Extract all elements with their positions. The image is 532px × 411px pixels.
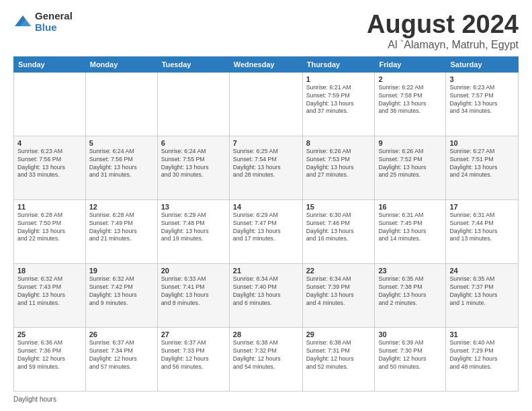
location: Al `Alamayn, Matruh, Egypt (367, 39, 519, 51)
calendar-cell: 5Sunrise: 6:24 AMSunset: 7:56 PMDaylight… (85, 136, 157, 199)
title-section: August 2024 Al `Alamayn, Matruh, Egypt (367, 11, 519, 51)
calendar-cell: 25Sunrise: 6:36 AMSunset: 7:36 PMDayligh… (14, 327, 86, 391)
header-monday: Monday (85, 56, 157, 72)
calendar-cell: 30Sunrise: 6:39 AMSunset: 7:30 PMDayligh… (375, 327, 446, 391)
day-number: 29 (306, 330, 371, 338)
day-info: Sunrise: 6:31 AMSunset: 7:45 PMDaylight:… (378, 212, 442, 244)
calendar-cell: 1Sunrise: 6:21 AMSunset: 7:59 PMDaylight… (302, 72, 375, 136)
top-section: General Blue August 2024 Al `Alamayn, Ma… (13, 11, 519, 51)
calendar-cell: 27Sunrise: 6:37 AMSunset: 7:33 PMDayligh… (157, 327, 229, 391)
footer: Daylight hours (13, 396, 519, 403)
calendar-cell (85, 72, 157, 136)
calendar-cell: 26Sunrise: 6:37 AMSunset: 7:34 PMDayligh… (85, 327, 157, 391)
header-thursday: Thursday (302, 56, 375, 72)
day-number: 23 (378, 267, 442, 275)
day-number: 5 (89, 139, 154, 147)
header-friday: Friday (375, 56, 446, 72)
day-info: Sunrise: 6:39 AMSunset: 7:30 PMDaylight:… (378, 339, 442, 371)
day-info: Sunrise: 6:35 AMSunset: 7:37 PMDaylight:… (449, 275, 515, 308)
day-number: 26 (89, 330, 154, 338)
day-number: 12 (89, 203, 154, 211)
calendar-cell: 7Sunrise: 6:25 AMSunset: 7:54 PMDaylight… (229, 136, 302, 199)
calendar-cell: 29Sunrise: 6:38 AMSunset: 7:31 PMDayligh… (302, 327, 375, 391)
day-number: 17 (449, 203, 515, 211)
day-number: 3 (449, 75, 515, 83)
day-number: 31 (449, 330, 515, 338)
day-number: 7 (233, 139, 299, 147)
day-number: 18 (17, 267, 82, 275)
header-saturday: Saturday (446, 56, 519, 72)
day-number: 1 (306, 75, 371, 83)
calendar-cell: 8Sunrise: 6:26 AMSunset: 7:53 PMDaylight… (302, 136, 375, 199)
calendar-cell: 4Sunrise: 6:23 AMSunset: 7:56 PMDaylight… (14, 136, 86, 199)
day-info: Sunrise: 6:37 AMSunset: 7:33 PMDaylight:… (161, 339, 226, 371)
calendar-cell: 24Sunrise: 6:35 AMSunset: 7:37 PMDayligh… (446, 263, 519, 327)
calendar-cell: 15Sunrise: 6:30 AMSunset: 7:46 PMDayligh… (302, 199, 375, 263)
day-info: Sunrise: 6:33 AMSunset: 7:41 PMDaylight:… (161, 275, 226, 308)
calendar-cell (229, 72, 302, 136)
logo-general-text: General (35, 11, 73, 22)
week-row-3: 11Sunrise: 6:28 AMSunset: 7:50 PMDayligh… (14, 199, 519, 263)
day-number: 27 (161, 330, 226, 338)
day-info: Sunrise: 6:26 AMSunset: 7:52 PMDaylight:… (378, 148, 442, 180)
day-number: 2 (378, 75, 442, 83)
logo-icon (13, 13, 32, 32)
day-info: Sunrise: 6:26 AMSunset: 7:53 PMDaylight:… (306, 148, 371, 180)
logo-blue-text: Blue (35, 22, 73, 34)
day-number: 6 (161, 139, 226, 147)
day-info: Sunrise: 6:29 AMSunset: 7:48 PMDaylight:… (161, 212, 226, 244)
calendar-cell (14, 72, 86, 136)
day-number: 20 (161, 267, 226, 275)
day-info: Sunrise: 6:30 AMSunset: 7:46 PMDaylight:… (306, 212, 371, 244)
day-info: Sunrise: 6:25 AMSunset: 7:54 PMDaylight:… (233, 148, 299, 180)
week-row-2: 4Sunrise: 6:23 AMSunset: 7:56 PMDaylight… (14, 136, 519, 199)
logo-text: General Blue (35, 11, 73, 33)
week-row-5: 25Sunrise: 6:36 AMSunset: 7:36 PMDayligh… (14, 327, 519, 391)
day-info: Sunrise: 6:40 AMSunset: 7:29 PMDaylight:… (449, 339, 515, 371)
calendar-cell: 31Sunrise: 6:40 AMSunset: 7:29 PMDayligh… (446, 327, 519, 391)
calendar-cell: 13Sunrise: 6:29 AMSunset: 7:48 PMDayligh… (157, 199, 229, 263)
calendar-cell: 21Sunrise: 6:34 AMSunset: 7:40 PMDayligh… (229, 263, 302, 327)
calendar-table: SundayMondayTuesdayWednesdayThursdayFrid… (13, 56, 519, 392)
header-sunday: Sunday (14, 56, 86, 72)
calendar-cell: 22Sunrise: 6:34 AMSunset: 7:39 PMDayligh… (302, 263, 375, 327)
calendar-cell: 20Sunrise: 6:33 AMSunset: 7:41 PMDayligh… (157, 263, 229, 327)
day-number: 11 (17, 203, 82, 211)
day-number: 25 (17, 330, 82, 338)
day-number: 16 (378, 203, 442, 211)
day-info: Sunrise: 6:35 AMSunset: 7:38 PMDaylight:… (378, 275, 442, 308)
day-info: Sunrise: 6:28 AMSunset: 7:50 PMDaylight:… (17, 212, 82, 244)
calendar-cell: 9Sunrise: 6:26 AMSunset: 7:52 PMDaylight… (375, 136, 446, 199)
day-number: 22 (306, 267, 371, 275)
day-info: Sunrise: 6:34 AMSunset: 7:40 PMDaylight:… (233, 275, 299, 308)
calendar-cell (157, 72, 229, 136)
calendar-header-row: SundayMondayTuesdayWednesdayThursdayFrid… (14, 56, 519, 72)
footer-text: Daylight hours (13, 396, 56, 403)
day-info: Sunrise: 6:36 AMSunset: 7:36 PMDaylight:… (17, 339, 82, 371)
day-number: 10 (449, 139, 515, 147)
day-info: Sunrise: 6:28 AMSunset: 7:49 PMDaylight:… (89, 212, 154, 244)
month-title: August 2024 (367, 11, 519, 39)
calendar-cell: 17Sunrise: 6:31 AMSunset: 7:44 PMDayligh… (446, 199, 519, 263)
day-info: Sunrise: 6:38 AMSunset: 7:32 PMDaylight:… (233, 339, 299, 371)
day-number: 24 (449, 267, 515, 275)
calendar-cell: 10Sunrise: 6:27 AMSunset: 7:51 PMDayligh… (446, 136, 519, 199)
day-number: 28 (233, 330, 299, 338)
day-number: 30 (378, 330, 442, 338)
calendar-cell: 12Sunrise: 6:28 AMSunset: 7:49 PMDayligh… (85, 199, 157, 263)
day-info: Sunrise: 6:24 AMSunset: 7:55 PMDaylight:… (161, 148, 226, 180)
calendar-cell: 19Sunrise: 6:32 AMSunset: 7:42 PMDayligh… (85, 263, 157, 327)
day-number: 19 (89, 267, 154, 275)
calendar-cell: 18Sunrise: 6:32 AMSunset: 7:43 PMDayligh… (14, 263, 86, 327)
day-info: Sunrise: 6:38 AMSunset: 7:31 PMDaylight:… (306, 339, 371, 371)
day-number: 15 (306, 203, 371, 211)
day-number: 13 (161, 203, 226, 211)
calendar-cell: 2Sunrise: 6:22 AMSunset: 7:58 PMDaylight… (375, 72, 446, 136)
day-info: Sunrise: 6:37 AMSunset: 7:34 PMDaylight:… (89, 339, 154, 371)
day-info: Sunrise: 6:22 AMSunset: 7:58 PMDaylight:… (378, 84, 442, 116)
calendar-cell: 14Sunrise: 6:29 AMSunset: 7:47 PMDayligh… (229, 199, 302, 263)
day-info: Sunrise: 6:23 AMSunset: 7:56 PMDaylight:… (17, 148, 82, 180)
logo: General Blue (13, 11, 73, 33)
day-info: Sunrise: 6:32 AMSunset: 7:42 PMDaylight:… (89, 275, 154, 308)
calendar-cell: 23Sunrise: 6:35 AMSunset: 7:38 PMDayligh… (375, 263, 446, 327)
